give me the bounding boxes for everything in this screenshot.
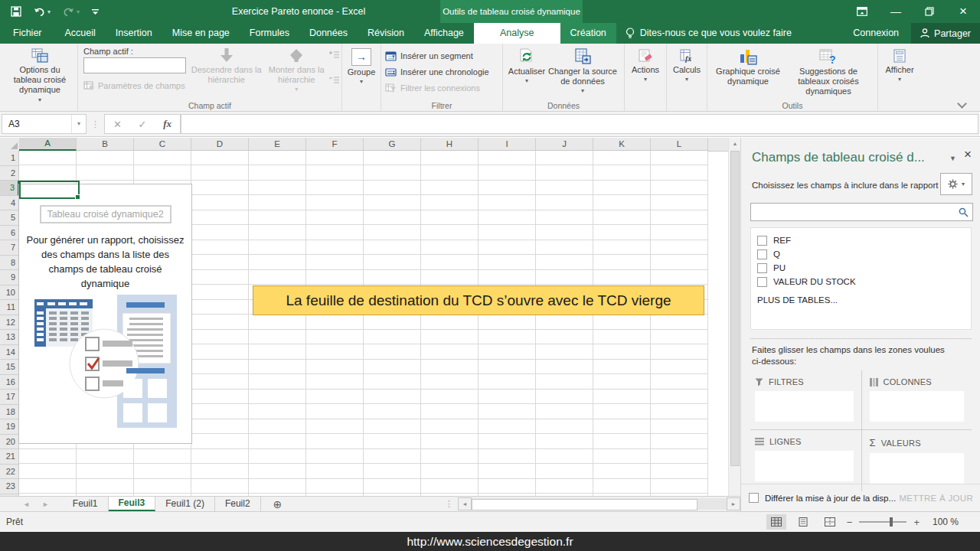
column-header-a[interactable]: A — [19, 138, 77, 151]
change-data-source-button[interactable]: Changer la source de données ▾ — [548, 45, 617, 94]
page-break-view-icon[interactable] — [820, 514, 840, 530]
row-header-6[interactable]: 6 — [0, 226, 19, 241]
tab-insertion[interactable]: Insertion — [106, 23, 162, 44]
vertical-scroll-thumb[interactable] — [730, 151, 740, 466]
row-header-19[interactable]: 19 — [0, 419, 19, 435]
share-button[interactable]: Partager — [911, 23, 980, 44]
insert-slicer-button[interactable]: Insérer un segment — [385, 48, 489, 64]
sheet-nav-right-icon[interactable]: ► — [42, 500, 49, 508]
row-header-10[interactable]: 10 — [0, 285, 19, 301]
name-box[interactable]: A3 ▾ — [2, 114, 87, 134]
row-header-9[interactable]: 9 — [0, 270, 19, 285]
page-layout-view-icon[interactable] — [793, 514, 813, 530]
normal-view-icon[interactable] — [766, 514, 786, 530]
column-header-l[interactable]: L — [651, 138, 708, 151]
row-header-22[interactable]: 22 — [0, 465, 19, 480]
more-tables-link[interactable]: PLUS DE TABLES... — [757, 295, 971, 305]
column-header-g[interactable]: G — [364, 138, 421, 151]
row-header-13[interactable]: 13 — [0, 330, 19, 345]
zone-colonnes-box[interactable] — [870, 391, 965, 422]
formula-input[interactable] — [181, 114, 978, 134]
zone-filtres[interactable]: FILTRES — [750, 370, 861, 429]
fields-pane-tools-button[interactable]: ▾ — [940, 173, 972, 195]
update-button[interactable]: METTRE À JOUR — [899, 494, 973, 503]
column-header-b[interactable]: B — [77, 138, 134, 151]
actions-button[interactable]: Actions ▾ — [627, 45, 664, 83]
row-header-3[interactable]: 3 — [0, 181, 19, 196]
tab-fichier[interactable]: Fichier — [0, 23, 55, 44]
cancel-icon[interactable]: ✕ — [113, 119, 122, 130]
tab-affichage[interactable]: Affichage — [414, 23, 474, 44]
ribbon-display-options-icon[interactable] — [845, 0, 879, 23]
horizontal-scrollbar[interactable]: ⋮ ◄ ► — [445, 497, 740, 511]
field-checkbox-ref[interactable] — [757, 236, 767, 246]
row-header-11[interactable]: 11 — [0, 300, 19, 315]
column-header-e[interactable]: E — [249, 138, 306, 151]
field-checkbox-valeur-du-stock[interactable] — [757, 277, 767, 287]
tell-me-box[interactable]: Dites-nous ce que vous voulez faire — [626, 23, 792, 44]
column-header-h[interactable]: H — [421, 138, 479, 151]
zoom-slider[interactable] — [859, 521, 906, 523]
pivotchart-button[interactable]: Graphique croisé dynamique — [710, 45, 786, 86]
zoom-out-icon[interactable]: − — [847, 517, 853, 528]
sheet-nav-left-icon[interactable]: ◄ — [23, 500, 30, 508]
row-header-2[interactable]: 2 — [0, 166, 19, 181]
tab-revision[interactable]: Révision — [358, 23, 414, 44]
minimize-button[interactable]: — — [879, 0, 913, 23]
show-button[interactable]: Afficher ▾ — [880, 45, 919, 83]
zoom-slider-thumb[interactable] — [890, 517, 893, 527]
zoom-in-icon[interactable]: + — [913, 517, 920, 528]
pivottable-placeholder[interactable]: Tableau croisé dynamique2 Pour générer u… — [18, 184, 192, 444]
zone-lignes-box[interactable] — [755, 451, 854, 481]
horizontal-scroll-thumb[interactable] — [472, 499, 697, 510]
connexion-link[interactable]: Connexion — [841, 23, 911, 44]
fields-pane-dropdown-icon[interactable]: ▼ — [949, 155, 956, 162]
field-search-input[interactable] — [750, 203, 973, 221]
row-header-4[interactable]: 4 — [0, 196, 19, 211]
sheet-tab-feuil2[interactable]: Feuil2 — [215, 497, 261, 511]
zone-filtres-box[interactable] — [755, 391, 854, 422]
sheet-tab-feuil1[interactable]: Feuil1 — [63, 497, 109, 511]
close-button[interactable]: × — [946, 0, 980, 23]
insert-function-icon[interactable]: fx — [163, 118, 172, 130]
row-header-1[interactable]: 1 — [0, 151, 19, 166]
restore-button[interactable] — [913, 0, 946, 23]
recommended-pivottables-button[interactable]: ? Suggestions de tableaux croisés dynami… — [786, 45, 871, 97]
row-header-7[interactable]: 7 — [0, 240, 19, 256]
tab-donnees[interactable]: Données — [299, 23, 358, 44]
tab-creation[interactable]: Création — [560, 23, 616, 44]
zone-valeurs[interactable]: Σ VALEURS — [861, 429, 972, 491]
tab-splitter[interactable]: ⋮ — [445, 499, 458, 509]
formula-bar-splitter[interactable]: ⋮ — [87, 119, 104, 129]
row-header-8[interactable]: 8 — [0, 256, 19, 271]
field-item-valeur-du-stock[interactable]: VALEUR DU STOCK — [751, 275, 971, 289]
tab-analyse[interactable]: Analyse — [474, 23, 560, 44]
calculations-button[interactable]: fx Calculs ▾ — [669, 45, 704, 83]
scroll-up-icon[interactable]: ▲ — [729, 138, 740, 150]
active-field-input[interactable] — [83, 57, 186, 73]
row-header-18[interactable]: 18 — [0, 405, 19, 420]
scroll-right-icon[interactable]: ► — [727, 497, 740, 510]
field-item-q[interactable]: Q — [751, 247, 971, 261]
defer-layout-checkbox[interactable] — [749, 493, 759, 503]
enter-icon[interactable]: ✓ — [139, 119, 147, 130]
sheet-tab-feuil3[interactable]: Feuil3 — [109, 497, 156, 511]
zone-colonnes[interactable]: COLONNES — [861, 370, 972, 429]
zone-lignes[interactable]: LIGNES — [750, 429, 861, 491]
row-header-5[interactable]: 5 — [0, 210, 19, 226]
row-header-15[interactable]: 15 — [0, 360, 19, 375]
insert-timeline-button[interactable]: Insérer une chronologie — [385, 64, 489, 80]
tab-accueil[interactable]: Accueil — [55, 23, 106, 44]
field-item-pu[interactable]: PU — [751, 261, 971, 275]
row-header-21[interactable]: 21 — [0, 449, 19, 465]
zone-valeurs-box[interactable] — [870, 453, 965, 484]
name-box-dropdown-icon[interactable]: ▾ — [71, 115, 86, 133]
scroll-left-icon[interactable]: ◄ — [458, 497, 472, 510]
vertical-scrollbar[interactable]: ▲ — [728, 138, 740, 496]
row-header-17[interactable]: 17 — [0, 390, 19, 405]
select-all-corner[interactable] — [0, 138, 20, 152]
tab-formules[interactable]: Formules — [240, 23, 299, 44]
zoom-level[interactable]: 100 % — [926, 517, 959, 527]
fields-pane-close-icon[interactable]: × — [964, 147, 972, 162]
column-header-c[interactable]: C — [134, 138, 191, 151]
